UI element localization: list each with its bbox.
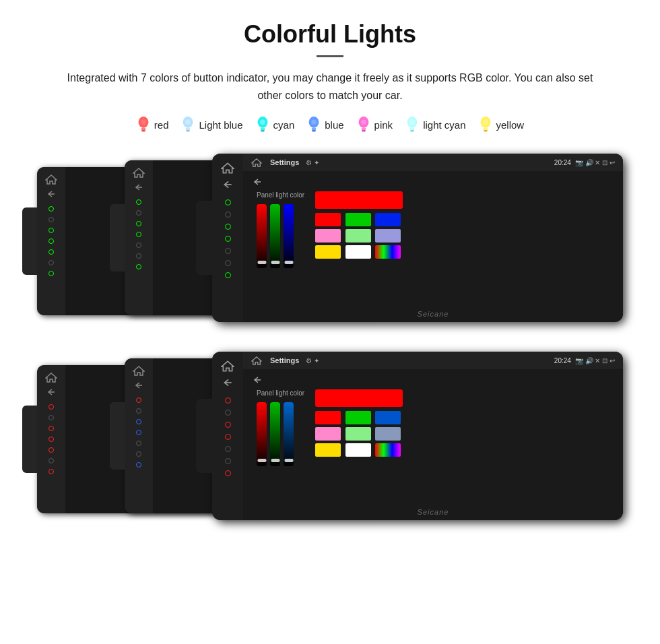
svg-rect-26 bbox=[484, 131, 488, 132]
side-panel-main-1 bbox=[212, 154, 243, 322]
color-cell-yellow-2[interactable] bbox=[315, 443, 341, 457]
side-dot-m24 bbox=[225, 434, 231, 440]
slider-green-2 bbox=[270, 402, 280, 466]
color-cell-white-2[interactable] bbox=[345, 443, 371, 457]
color-cell-blue-1[interactable] bbox=[375, 213, 401, 226]
btn-dot-b3 bbox=[136, 221, 141, 226]
slider-thumb-blue-1 bbox=[284, 261, 293, 264]
color-cell-rainbow-2[interactable] bbox=[375, 443, 401, 457]
home-icon-status-1 bbox=[251, 158, 262, 167]
back-arrow-2a bbox=[46, 388, 56, 396]
color-cell-pink-1[interactable] bbox=[315, 229, 341, 243]
svg-point-7 bbox=[186, 120, 191, 125]
color-cell-green-2[interactable] bbox=[345, 411, 371, 424]
device-main-2: Settings ⚙ ✦ 20:24 📷 🔊 ✕ ⊡ ↩ Panel light… bbox=[212, 352, 623, 520]
btn-dot-2a6 bbox=[48, 458, 54, 463]
color-cell-lblue-1[interactable] bbox=[375, 229, 401, 243]
bulb-icon-cyan bbox=[255, 116, 270, 133]
side-dot-m2 bbox=[225, 212, 231, 218]
bulb-icon-lightblue bbox=[180, 116, 195, 133]
color-cell-pink-2[interactable] bbox=[315, 427, 341, 441]
svg-rect-18 bbox=[362, 131, 366, 132]
panel-light-content-2: Panel light color bbox=[243, 389, 623, 466]
screen-main-1: Settings ⚙ ✦ 20:24 📷 🔊 ✕ ⊡ ↩ Panel light… bbox=[243, 154, 623, 322]
color-label-yellow: yellow bbox=[496, 119, 525, 131]
side-dot-m5 bbox=[225, 248, 231, 254]
btn-dot-2 bbox=[48, 217, 54, 222]
svg-rect-25 bbox=[483, 128, 488, 131]
color-label-cyan: cyan bbox=[273, 119, 295, 131]
slider-thumb-blue-2 bbox=[284, 459, 293, 462]
btn-dot-2b7 bbox=[136, 462, 141, 468]
btn-dot-2b6 bbox=[136, 451, 141, 457]
home-icon-main-2 bbox=[221, 360, 234, 372]
screen-time-1: 20:24 bbox=[554, 159, 571, 166]
side-panel-2a bbox=[37, 365, 65, 513]
side-dot-m22 bbox=[225, 410, 231, 416]
device-ear-main-2 bbox=[196, 399, 213, 473]
slider-thumb-red-2 bbox=[257, 459, 266, 462]
svg-rect-21 bbox=[410, 128, 415, 131]
color-cell-green-1[interactable] bbox=[345, 213, 371, 226]
screen-back-row-1 bbox=[243, 171, 623, 191]
back-arrow-2b bbox=[134, 381, 143, 389]
btn-dot-b2 bbox=[136, 210, 141, 216]
color-cell-rainbow-1[interactable] bbox=[375, 245, 401, 259]
color-label-lightblue: Light blue bbox=[199, 119, 242, 131]
side-panel-1b bbox=[125, 160, 153, 315]
device-main-1: Settings ⚙ ✦ 20:24 📷 🔊 ✕ ⊡ ↩ Panel light… bbox=[212, 154, 623, 322]
panel-light-label-2: Panel light color bbox=[257, 389, 304, 397]
btn-dot-2a4 bbox=[48, 437, 54, 442]
screen-right-icons-2: 📷 🔊 ✕ ⊡ ↩ bbox=[575, 357, 615, 364]
color-cell-blue-2[interactable] bbox=[375, 411, 401, 424]
svg-rect-2 bbox=[141, 131, 145, 132]
svg-rect-17 bbox=[361, 128, 366, 131]
slider-thumb-green-1 bbox=[271, 261, 279, 264]
side-dot-m25 bbox=[225, 446, 231, 452]
bulb-icon-pink bbox=[356, 116, 371, 133]
btn-dot-7 bbox=[48, 271, 54, 276]
device-ear-1a bbox=[22, 207, 38, 275]
color-label-pink: pink bbox=[374, 119, 393, 131]
panel-light-label-1: Panel light color bbox=[257, 191, 304, 199]
color-cell-lgreen-1[interactable] bbox=[345, 229, 371, 243]
btn-dot-2b2 bbox=[136, 408, 141, 414]
btn-dot-2a3 bbox=[48, 426, 54, 431]
title-divider bbox=[317, 55, 343, 57]
svg-point-27 bbox=[483, 120, 488, 125]
color-grid-area-2 bbox=[315, 389, 403, 457]
color-sliders-1 bbox=[257, 204, 304, 268]
home-icon-1b bbox=[133, 167, 145, 178]
btn-dot-b1 bbox=[136, 199, 141, 205]
slider-thumb-green-2 bbox=[271, 459, 279, 462]
svg-point-15 bbox=[312, 120, 317, 125]
btn-dot-2a2 bbox=[48, 415, 54, 420]
color-cell-red-2[interactable] bbox=[315, 411, 341, 424]
device-ear-main-1 bbox=[196, 201, 213, 275]
color-cell-yellow-1[interactable] bbox=[315, 245, 341, 259]
color-cell-white-1[interactable] bbox=[345, 245, 371, 259]
btn-dot-b4 bbox=[136, 232, 141, 237]
svg-rect-13 bbox=[312, 128, 317, 131]
side-dot-m7 bbox=[225, 272, 231, 278]
color-label-red: red bbox=[154, 119, 169, 131]
color-cell-red-1[interactable] bbox=[315, 213, 341, 226]
device-ear-1b bbox=[110, 204, 126, 271]
svg-rect-1 bbox=[141, 128, 146, 131]
svg-point-23 bbox=[409, 120, 414, 125]
color-cell-lgreen-2[interactable] bbox=[345, 427, 371, 441]
color-item-cyan: cyan bbox=[255, 116, 295, 133]
device-row-1: Settings ⚙ ✦ 20:24 📷 🔊 ✕ ⊡ ↩ Panel light… bbox=[27, 154, 633, 335]
bulb-icon-blue bbox=[306, 116, 321, 133]
btn-dot-5 bbox=[48, 249, 54, 255]
svg-marker-28 bbox=[46, 175, 57, 184]
color-selected-large-2 bbox=[315, 389, 403, 407]
back-arrow-main-2 bbox=[222, 378, 233, 387]
svg-rect-14 bbox=[312, 131, 316, 132]
color-cell-lblue-2[interactable] bbox=[375, 427, 401, 441]
slider-blue-1 bbox=[284, 204, 294, 268]
color-list: red Light blue cyan blue bbox=[136, 116, 524, 133]
slider-red-1 bbox=[257, 204, 267, 268]
settings-icons-2: ⚙ ✦ bbox=[306, 357, 319, 364]
btn-dot-1 bbox=[48, 206, 54, 212]
